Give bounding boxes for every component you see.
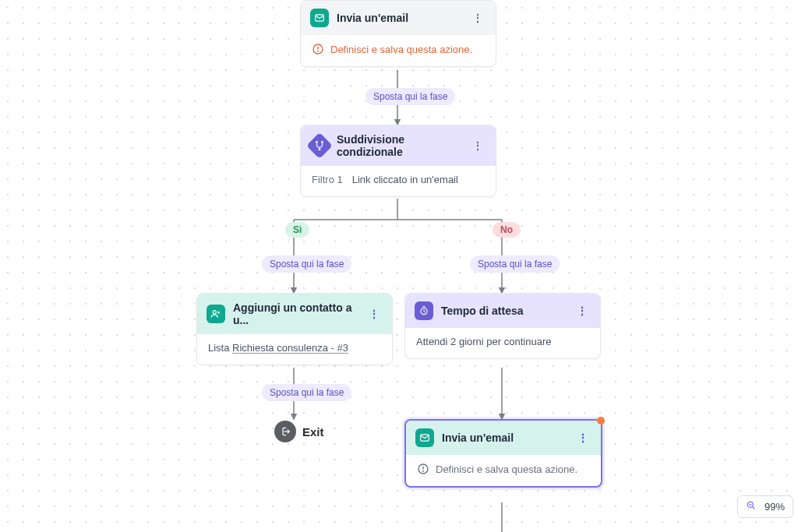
node-conditional-split[interactable]: Suddivisione condizionale Filtro 1 Link …: [300, 125, 496, 197]
node-title: Invia un'email: [442, 432, 514, 444]
node-send-email-top[interactable]: Invia un'email Definisci e salva questa …: [300, 0, 496, 67]
connector-lines: [0, 0, 798, 532]
list-link[interactable]: Richiesta consulenza - #3: [232, 342, 348, 354]
node-menu-button[interactable]: [574, 305, 591, 316]
mail-icon: [310, 9, 329, 27]
branch-no-pill: No: [493, 222, 521, 238]
exit-icon: [274, 421, 296, 442]
svg-point-13: [322, 141, 323, 143]
attention-dot: [597, 417, 605, 425]
workflow-canvas[interactable]: Invia un'email Definisci e salva questa …: [0, 0, 798, 532]
zoom-value: 99%: [764, 501, 785, 513]
info-text: Definisci e salva questa azione.: [436, 463, 577, 475]
node-add-contact[interactable]: Aggiungi un contatto a u... Lista Richie…: [196, 293, 393, 365]
node-title: Aggiungi un contatto a u...: [233, 301, 358, 326]
node-title: Invia un'email: [337, 12, 408, 24]
exit-label: Exit: [302, 425, 324, 439]
drop-phase-pill[interactable]: Sposta qui la fase: [470, 255, 560, 273]
filter-label: Filtro 1: [312, 174, 343, 185]
node-title: Tempo di attesa: [441, 305, 524, 317]
node-send-email-bottom[interactable]: Invia un'email Definisci e salva questa …: [404, 419, 602, 488]
list-prefix: Lista: [208, 342, 232, 354]
svg-point-11: [318, 51, 319, 52]
drop-phase-pill[interactable]: Sposta qui la fase: [365, 88, 455, 105]
mail-icon: [415, 428, 434, 447]
branch-icon: [306, 132, 333, 159]
svg-point-15: [213, 311, 216, 314]
node-menu-button[interactable]: [574, 432, 591, 443]
info-icon: [417, 463, 429, 475]
zoom-out-icon[interactable]: [746, 500, 757, 513]
zoom-control[interactable]: 99%: [737, 495, 793, 518]
svg-point-22: [423, 471, 424, 472]
node-title: Suddivisione condizionale: [337, 133, 461, 158]
svg-point-12: [316, 141, 318, 143]
wait-description: Attendi 2 giorni per continuare: [416, 336, 551, 347]
clock-icon: [415, 301, 433, 320]
node-menu-button[interactable]: [469, 12, 486, 23]
svg-point-14: [319, 149, 320, 150]
warning-icon: [312, 43, 324, 55]
filter-description: Link cliccato in un'email: [352, 174, 458, 185]
node-menu-button[interactable]: [469, 140, 486, 151]
warning-text: Definisci e salva questa azione.: [330, 44, 472, 55]
drop-phase-pill[interactable]: Sposta qui la fase: [262, 255, 351, 273]
drop-phase-pill[interactable]: Sposta qui la fase: [262, 384, 351, 401]
svg-line-24: [753, 507, 755, 509]
user-add-icon: [207, 305, 225, 323]
node-menu-button[interactable]: [365, 308, 383, 319]
node-wait[interactable]: Tempo di attesa Attendi 2 giorni per con…: [404, 293, 601, 359]
exit-node[interactable]: Exit: [274, 421, 324, 442]
branch-yes-pill: Sì: [285, 222, 309, 238]
